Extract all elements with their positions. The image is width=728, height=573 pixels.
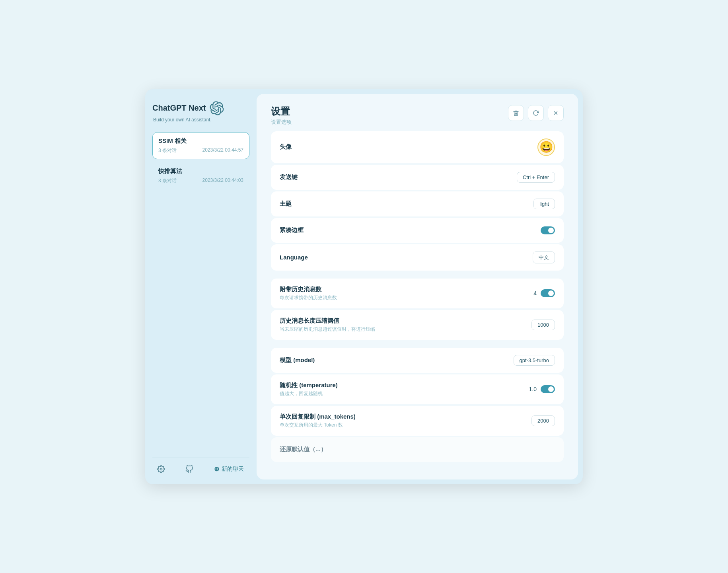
- sidebar-footer: ⊕ 新的聊天: [152, 458, 249, 476]
- sendkey-label: 发送键: [280, 173, 298, 181]
- settings-row-more: 还原默认值（...）: [271, 437, 564, 462]
- temperature-control: 1.0: [529, 385, 555, 393]
- settings-row-avatar: 头像 😀: [271, 131, 564, 163]
- settings-title-block: 设置 设置选项: [271, 105, 292, 126]
- close-icon: [553, 110, 559, 116]
- header-actions: [508, 105, 564, 121]
- settings-row-max-tokens: 单次回复限制 (max_tokens) 单次交互所用的最大 Token 数 20…: [271, 406, 564, 436]
- chat-item-count: 3 条对话: [158, 177, 177, 184]
- sidebar-logo: ChatGPT Next: [152, 101, 249, 115]
- history-count-text: 附带历史消息数 每次请求携带的历史消息数: [280, 286, 337, 301]
- svg-point-0: [160, 468, 162, 470]
- more-label: 还原默认值（...）: [280, 446, 327, 453]
- sidebar: ChatGPT Next Build your own AI assistant…: [145, 89, 257, 484]
- trash-icon: [513, 110, 519, 116]
- history-settings-section: 附带历史消息数 每次请求携带的历史消息数 4 历史消息长度压缩阈值 当未压缩的历…: [271, 279, 564, 340]
- max-tokens-text: 单次回复限制 (max_tokens) 单次交互所用的最大 Token 数: [280, 413, 356, 429]
- history-count-number: 4: [533, 290, 537, 296]
- history-compress-label: 历史消息长度压缩阈值: [280, 317, 375, 325]
- basic-settings-section: 头像 😀 发送键 Ctrl + Enter 主题 light 紧凑边框: [271, 131, 564, 271]
- settings-row-temperature: 随机性 (temperature) 值越大，回复越随机 1.0: [271, 374, 564, 404]
- history-count-toggle[interactable]: [541, 289, 555, 297]
- avatar-label: 头像: [280, 143, 292, 151]
- app-title: ChatGPT Next: [152, 103, 206, 113]
- main-content: 设置 设置选项: [257, 94, 578, 479]
- chat-item-title: SSIM 相关: [158, 137, 243, 145]
- history-count-sublabel: 每次请求携带的历史消息数: [280, 294, 337, 301]
- app-subtitle: Build your own AI assistant.: [153, 117, 249, 123]
- new-chat-button[interactable]: ⊕ 新的聊天: [210, 463, 248, 475]
- close-button[interactable]: [548, 105, 564, 121]
- settings-row-language: Language 中文: [271, 244, 564, 271]
- refresh-icon: [533, 110, 539, 116]
- history-compress-sublabel: 当未压缩的历史消息超过该值时，将进行压缩: [280, 326, 375, 333]
- settings-row-tight-border: 紧凑边框: [271, 218, 564, 243]
- chat-item-title: 快排算法: [158, 168, 243, 175]
- settings-title: 设置: [271, 105, 292, 118]
- refresh-button[interactable]: [528, 105, 544, 121]
- settings-header: 设置 设置选项: [257, 94, 578, 131]
- chat-item-date: 2023/3/22 00:44:03: [202, 177, 243, 184]
- temperature-toggle[interactable]: [541, 385, 555, 393]
- theme-value[interactable]: light: [533, 199, 555, 209]
- temperature-sublabel: 值越大，回复越随机: [280, 390, 338, 397]
- logo-icon: [210, 101, 224, 115]
- settings-row-history-compress: 历史消息长度压缩阈值 当未压缩的历史消息超过该值时，将进行压缩 1000: [271, 310, 564, 340]
- max-tokens-label: 单次回复限制 (max_tokens): [280, 413, 356, 421]
- model-settings-section: 模型 (model) gpt-3.5-turbo 随机性 (temperatur…: [271, 348, 564, 462]
- settings-row-sendkey: 发送键 Ctrl + Enter: [271, 165, 564, 190]
- history-compress-value[interactable]: 1000: [531, 320, 555, 330]
- chat-item-meta: 3 条对话 2023/3/22 00:44:57: [158, 147, 243, 154]
- sendkey-value[interactable]: Ctrl + Enter: [517, 172, 555, 183]
- trash-button[interactable]: [508, 105, 524, 121]
- temperature-text: 随机性 (temperature) 值越大，回复越随机: [280, 382, 338, 397]
- language-label: Language: [280, 254, 308, 261]
- temperature-label: 随机性 (temperature): [280, 382, 338, 389]
- temperature-number: 1.0: [529, 386, 537, 392]
- tight-border-toggle[interactable]: [541, 226, 555, 234]
- sidebar-header: ChatGPT Next Build your own AI assistant…: [152, 101, 249, 123]
- max-tokens-sublabel: 单次交互所用的最大 Token 数: [280, 422, 356, 429]
- avatar-value[interactable]: 😀: [537, 138, 555, 156]
- section-gap-1: [271, 274, 564, 279]
- chat-item-ssim[interactable]: SSIM 相关 3 条对话 2023/3/22 00:44:57: [152, 132, 249, 159]
- app-container: ChatGPT Next Build your own AI assistant…: [145, 89, 583, 484]
- settings-row-model: 模型 (model) gpt-3.5-turbo: [271, 348, 564, 373]
- settings-row-theme: 主题 light: [271, 191, 564, 216]
- history-compress-text: 历史消息长度压缩阈值 当未压缩的历史消息超过该值时，将进行压缩: [280, 317, 375, 333]
- settings-icon: [157, 465, 165, 473]
- settings-subtitle: 设置选项: [271, 119, 292, 126]
- github-icon: [185, 465, 193, 473]
- tight-border-label: 紧凑边框: [280, 226, 304, 234]
- theme-label: 主题: [280, 200, 292, 208]
- new-chat-label: 新的聊天: [222, 466, 244, 473]
- chat-list: SSIM 相关 3 条对话 2023/3/22 00:44:57 快排算法 3 …: [152, 132, 249, 454]
- history-count-control: 4: [533, 289, 555, 297]
- chat-item-date: 2023/3/22 00:44:57: [202, 147, 243, 154]
- settings-body: 头像 😀 发送键 Ctrl + Enter 主题 light 紧凑边框: [257, 131, 578, 479]
- language-value[interactable]: 中文: [533, 251, 555, 263]
- settings-row-history-count: 附带历史消息数 每次请求携带的历史消息数 4: [271, 279, 564, 308]
- model-label: 模型 (model): [280, 357, 315, 364]
- settings-icon-button[interactable]: [154, 462, 168, 476]
- new-chat-plus-icon: ⊕: [214, 465, 219, 473]
- chat-item-meta: 3 条对话 2023/3/22 00:44:03: [158, 177, 243, 184]
- github-icon-button[interactable]: [182, 462, 197, 476]
- section-gap-2: [271, 343, 564, 348]
- chat-item-quicksort[interactable]: 快排算法 3 条对话 2023/3/22 00:44:03: [152, 162, 249, 189]
- chat-item-count: 3 条对话: [158, 147, 177, 154]
- max-tokens-value[interactable]: 2000: [531, 415, 555, 426]
- history-count-label: 附带历史消息数: [280, 286, 337, 293]
- model-value[interactable]: gpt-3.5-turbo: [514, 355, 555, 366]
